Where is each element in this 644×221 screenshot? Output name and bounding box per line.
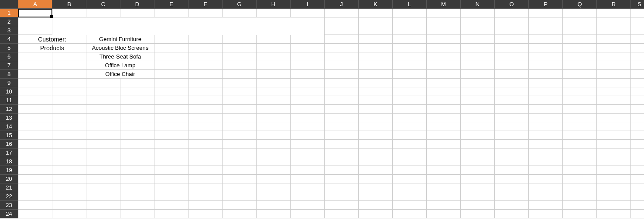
cell-H9[interactable] [257,79,291,87]
cell-S18[interactable] [631,157,644,166]
cell-L18[interactable] [393,157,427,166]
cell-O24[interactable] [495,210,529,218]
cell-K16[interactable] [359,140,393,148]
cell-C4[interactable]: Gemini Furniture [86,35,154,44]
cell-F14[interactable] [188,122,223,131]
cell-S6[interactable] [631,52,644,61]
cell-A1[interactable] [18,9,52,17]
cell-H8[interactable] [257,70,291,79]
cell-A21[interactable] [18,183,52,192]
cell-R23[interactable] [597,201,631,210]
cell-J3[interactable] [325,26,359,35]
cell-R19[interactable] [597,166,631,175]
row-header-3[interactable]: 3 [0,26,18,35]
cell-B19[interactable] [52,166,86,175]
cell-S24[interactable] [631,210,644,218]
column-header-K[interactable]: K [359,0,393,9]
cell-A22[interactable] [18,192,52,201]
cell-P4[interactable] [529,35,563,44]
cell-N9[interactable] [461,79,495,87]
cell-R10[interactable] [597,87,631,96]
column-header-N[interactable]: N [461,0,495,9]
cell-B24[interactable] [52,210,86,218]
cell-R11[interactable] [597,96,631,105]
column-header-I[interactable]: I [291,0,325,9]
cell-Q7[interactable] [563,61,597,70]
cell-K20[interactable] [359,175,393,183]
cell-P22[interactable] [529,192,563,201]
cell-I23[interactable] [291,201,325,210]
cell-C18[interactable] [86,157,120,166]
cell-K8[interactable] [359,70,393,79]
cell-O1[interactable] [495,9,529,17]
cell-O13[interactable] [495,114,529,122]
row-header-16[interactable]: 16 [0,140,18,148]
cell-G15[interactable] [223,131,257,140]
cell-N3[interactable] [461,26,495,35]
cell-K10[interactable] [359,87,393,96]
row-header-12[interactable]: 12 [0,105,18,114]
cell-F22[interactable] [188,192,223,201]
cell-A11[interactable] [18,96,52,105]
cell-J23[interactable] [325,201,359,210]
cell-B22[interactable] [52,192,86,201]
cell-N8[interactable] [461,70,495,79]
row-header-19[interactable]: 19 [0,166,18,175]
cell-C22[interactable] [86,192,120,201]
cell-S12[interactable] [631,105,644,114]
cell-O12[interactable] [495,105,529,114]
cell-O3[interactable] [495,26,529,35]
cell-I12[interactable] [291,105,325,114]
cell-D18[interactable] [120,157,154,166]
cell-P19[interactable] [529,166,563,175]
cell-N15[interactable] [461,131,495,140]
cell-O7[interactable] [495,61,529,70]
column-header-F[interactable]: F [188,0,223,9]
cell-N6[interactable] [461,52,495,61]
cell-E17[interactable] [154,148,188,157]
cell-M1[interactable] [427,9,461,17]
cell-L13[interactable] [393,114,427,122]
cell-S13[interactable] [631,114,644,122]
cell-Q6[interactable] [563,52,597,61]
cell-D15[interactable] [120,131,154,140]
cell-R15[interactable] [597,131,631,140]
cell-K22[interactable] [359,192,393,201]
cell-H21[interactable] [257,183,291,192]
select-all-corner[interactable] [0,0,18,9]
cell-N13[interactable] [461,114,495,122]
cell-D22[interactable] [120,192,154,201]
cell-R22[interactable] [597,192,631,201]
cell-Q9[interactable] [563,79,597,87]
cell-F1[interactable] [188,9,223,17]
cell-C7[interactable]: Office Lamp [86,61,154,70]
cell-J22[interactable] [325,192,359,201]
cell-H17[interactable] [257,148,291,157]
cell-Q1[interactable] [563,9,597,17]
cell-D13[interactable] [120,114,154,122]
cell-K24[interactable] [359,210,393,218]
cell-M10[interactable] [427,87,461,96]
cell-S2[interactable] [631,17,644,26]
cell-I9[interactable] [291,79,325,87]
cell-L14[interactable] [393,122,427,131]
cell-O23[interactable] [495,201,529,210]
cell-B8[interactable] [52,70,86,79]
cell-B16[interactable] [52,140,86,148]
cell-I13[interactable] [291,114,325,122]
cell-H22[interactable] [257,192,291,201]
cell-P18[interactable] [529,157,563,166]
cell-L1[interactable] [393,9,427,17]
column-header-A[interactable]: A [18,0,52,9]
cell-C6[interactable]: Three-Seat Sofa [86,52,154,61]
cell-E21[interactable] [154,183,188,192]
cell-I18[interactable] [291,157,325,166]
cell-N16[interactable] [461,140,495,148]
cell-P15[interactable] [529,131,563,140]
cell-R5[interactable] [597,44,631,52]
cell-H20[interactable] [257,175,291,183]
cell-I16[interactable] [291,140,325,148]
cell-Q14[interactable] [563,122,597,131]
cell-K1[interactable] [359,9,393,17]
cell-A8[interactable] [18,70,52,79]
